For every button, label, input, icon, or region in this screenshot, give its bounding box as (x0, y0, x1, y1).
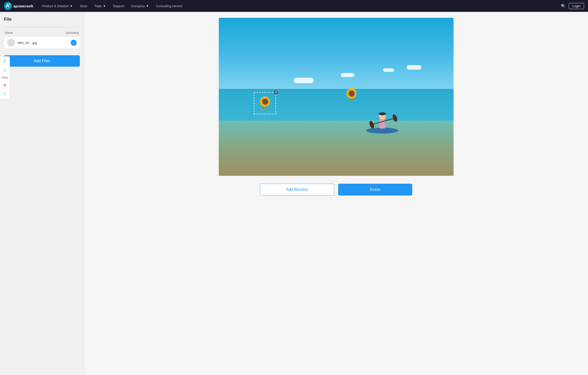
sky-bg (219, 18, 454, 89)
facebook-icon[interactable]: f (2, 59, 8, 64)
sticker-in-selection: 🌻 (257, 96, 273, 111)
navbar: A apowersoft Product & Solution ▼ Store … (0, 0, 588, 12)
selection-close-button[interactable]: ✕ (274, 90, 278, 95)
nav-topic[interactable]: Topic ▼ (91, 3, 109, 9)
file-check-icon: ✓ (71, 40, 77, 46)
free-sticker: 🌻 (344, 87, 360, 102)
cloud-1 (294, 78, 314, 83)
col-uploading-label: Uploading (65, 31, 79, 35)
sidebar-divider (4, 27, 80, 27)
pinterest-icon[interactable]: p (2, 82, 8, 88)
nav-support[interactable]: Support (110, 3, 127, 9)
linkedin-icon[interactable]: i (2, 91, 8, 97)
add-box-button[interactable]: Add Box(es) (260, 184, 334, 196)
file-avatar (7, 39, 15, 47)
selection-box[interactable]: ✕ 🌻 (254, 92, 276, 114)
chevron-down-icon: ▼ (146, 4, 149, 8)
svg-point-6 (379, 112, 386, 115)
cloud-2 (341, 73, 354, 77)
svg-point-2 (8, 3, 11, 6)
sidebar-title: File (4, 17, 80, 22)
chevron-down-icon: ▼ (103, 4, 106, 8)
chevron-down-icon: ▼ (70, 4, 73, 8)
kayak-area (362, 105, 402, 135)
cloud-4 (407, 65, 421, 70)
col-name-label: Name (5, 31, 13, 35)
nav-links: Product & Solution ▼ Store Topic ▼ Suppo… (39, 3, 559, 9)
kayak-person-svg (362, 105, 402, 134)
nav-store[interactable]: Store (77, 3, 90, 9)
cloud-3 (383, 68, 394, 72)
main-content: ✕ 🌻 🌻 Add Box(es) Erase (84, 12, 588, 375)
nav-company[interactable]: Company ▼ (128, 3, 152, 9)
add-files-button[interactable]: Add Files (4, 55, 80, 67)
brand-logo[interactable]: A apowersoft (4, 2, 33, 10)
sea-lower-bg (219, 120, 454, 176)
logo-icon: A (4, 2, 12, 10)
file-name: IMG_04....jpg (18, 41, 71, 45)
svg-point-9 (392, 114, 398, 122)
nav-right: 🔍 Login (561, 3, 584, 9)
nav-product-solution[interactable]: Product & Solution ▼ (39, 3, 76, 9)
login-button[interactable]: Login (569, 3, 584, 9)
erase-button[interactable]: Erase (338, 184, 412, 196)
nav-consulting[interactable]: Consulting service (153, 3, 185, 9)
twitter-icon[interactable]: t (2, 67, 8, 73)
main-layout: f t Share p i File Name Uploading IMG_04… (0, 12, 588, 375)
svg-rect-4 (380, 118, 385, 129)
bottom-actions: Add Box(es) Erase (219, 184, 454, 196)
share-label: Share (1, 76, 8, 79)
svg-point-8 (369, 120, 375, 129)
image-canvas: ✕ 🌻 🌻 (219, 18, 454, 176)
sidebar: f t Share p i File Name Uploading IMG_04… (0, 12, 84, 375)
file-row[interactable]: IMG_04....jpg ✓ (4, 37, 80, 49)
search-icon[interactable]: 🔍 (561, 4, 566, 8)
social-share-panel: f t Share p i (0, 56, 10, 99)
file-list-header: Name Uploading (4, 31, 80, 35)
brand-name: apowersoft (13, 4, 33, 8)
